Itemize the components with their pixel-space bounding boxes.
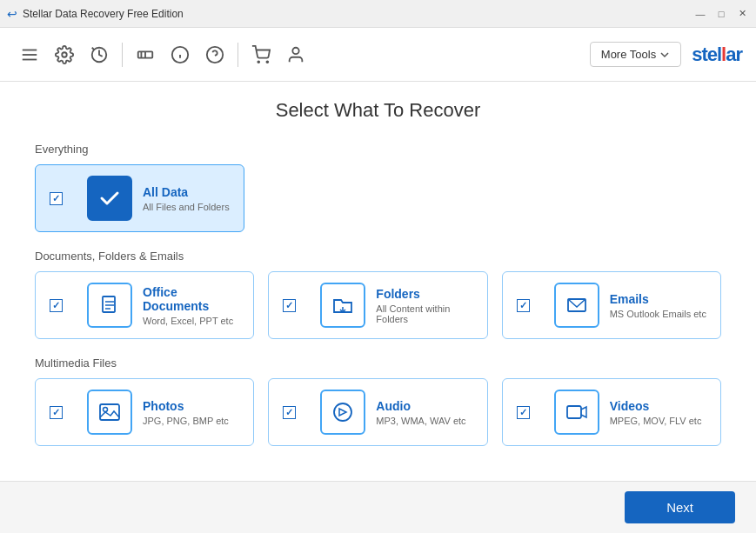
all-data-subtitle: All Files and Folders	[143, 202, 230, 212]
separator-1	[122, 43, 123, 67]
office-docs-icon-wrap	[87, 283, 132, 328]
photo-icon	[97, 400, 122, 424]
more-tools-label: More Tools	[601, 48, 656, 61]
main-content: Select What To Recover Everything All Da…	[0, 82, 756, 481]
office-docs-title: Office Documents	[143, 285, 239, 313]
section-documents-label: Documents, Folders & Emails	[35, 250, 721, 263]
title-bar-text: Stellar Data Recovery Free Edition	[23, 8, 184, 20]
svg-rect-25	[567, 406, 581, 418]
menu-button[interactable]	[14, 39, 45, 70]
svg-point-23	[104, 408, 108, 412]
audio-checkbox[interactable]	[283, 406, 296, 419]
settings-button[interactable]	[49, 39, 80, 70]
svg-point-24	[334, 403, 351, 421]
section-multimedia: Multimedia Files Photos JPG, PNG, BMP et…	[35, 356, 721, 446]
audio-icon	[331, 400, 355, 424]
section-everything-label: Everything	[35, 143, 721, 156]
email-icon	[565, 293, 589, 317]
folders-text: Folders All Content within Folders	[376, 287, 472, 324]
account-button[interactable]	[280, 39, 311, 70]
card-folders[interactable]: Folders All Content within Folders	[268, 271, 487, 339]
scan-button[interactable]	[130, 39, 161, 70]
folders-icon-wrap	[320, 283, 365, 328]
office-docs-subtitle: Word, Excel, PPT etc	[143, 316, 239, 326]
section-multimedia-label: Multimedia Files	[35, 356, 721, 370]
office-docs-checkbox[interactable]	[50, 299, 63, 312]
photos-icon-wrap	[87, 390, 132, 435]
toolbar-left	[14, 39, 311, 70]
separator-2	[238, 43, 238, 67]
multimedia-cards-row: Photos JPG, PNG, BMP etc Audio MP3, WMA,…	[35, 378, 721, 446]
more-tools-button[interactable]: More Tools	[590, 42, 681, 67]
card-office-docs[interactable]: Office Documents Word, Excel, PPT etc	[35, 271, 254, 339]
card-photos[interactable]: Photos JPG, PNG, BMP etc	[35, 378, 254, 446]
audio-text: Audio MP3, WMA, WAV etc	[376, 399, 472, 426]
audio-icon-wrap	[320, 390, 365, 435]
help-button[interactable]	[199, 39, 231, 70]
emails-text: Emails MS Outlook Emails etc	[610, 292, 706, 319]
footer: Next	[0, 481, 756, 533]
info-button[interactable]	[164, 39, 196, 70]
everything-cards-row: All Data All Files and Folders	[35, 164, 721, 232]
section-documents: Documents, Folders & Emails Office Docum…	[35, 250, 721, 339]
app-icon: ↩	[7, 7, 17, 21]
minimize-button[interactable]: —	[693, 7, 707, 21]
videos-checkbox[interactable]	[517, 406, 530, 419]
card-all-data[interactable]: All Data All Files and Folders	[35, 164, 244, 232]
card-audio[interactable]: Audio MP3, WMA, WAV etc	[268, 378, 487, 446]
close-button[interactable]: ✕	[735, 7, 749, 21]
card-emails[interactable]: Emails MS Outlook Emails etc	[502, 271, 721, 339]
folders-title: Folders	[376, 287, 472, 301]
card-videos[interactable]: Videos MPEG, MOV, FLV etc	[502, 378, 721, 446]
svg-point-3	[62, 52, 67, 57]
photos-subtitle: JPG, PNG, BMP etc	[143, 416, 239, 426]
videos-title: Videos	[610, 399, 706, 413]
title-bar: ↩ Stellar Data Recovery Free Edition — □…	[0, 0, 756, 28]
emails-title: Emails	[610, 292, 706, 306]
documents-cards-row: Office Documents Word, Excel, PPT etc Fo…	[35, 271, 721, 339]
checkmark-icon	[97, 186, 122, 210]
emails-checkbox[interactable]	[517, 299, 530, 312]
folder-icon	[331, 293, 355, 317]
svg-point-14	[266, 61, 268, 63]
svg-point-13	[258, 61, 259, 63]
audio-subtitle: MP3, WMA, WAV etc	[376, 416, 472, 426]
videos-subtitle: MPEG, MOV, FLV etc	[610, 416, 706, 426]
stellar-logo: stellar	[692, 43, 742, 66]
title-bar-left: ↩ Stellar Data Recovery Free Edition	[7, 7, 184, 21]
photos-text: Photos JPG, PNG, BMP etc	[143, 399, 239, 426]
chevron-down-icon	[659, 50, 670, 60]
toolbar-right: More Tools stellar	[590, 42, 742, 67]
maximize-button[interactable]: □	[714, 7, 728, 21]
all-data-text: All Data All Files and Folders	[143, 185, 230, 212]
svg-rect-22	[100, 404, 119, 420]
page-title: Select What To Recover	[35, 99, 721, 122]
videos-icon-wrap	[554, 390, 599, 435]
video-icon	[565, 400, 589, 424]
videos-text: Videos MPEG, MOV, FLV etc	[610, 399, 706, 426]
all-data-icon-wrap	[87, 176, 132, 221]
document-icon	[97, 293, 122, 317]
toolbar: More Tools stellar	[0, 28, 756, 82]
folders-subtitle: All Content within Folders	[376, 303, 472, 324]
office-docs-text: Office Documents Word, Excel, PPT etc	[143, 285, 239, 326]
window-controls: — □ ✕	[693, 7, 749, 21]
history-button[interactable]	[84, 39, 115, 70]
photos-title: Photos	[143, 399, 239, 413]
cart-button[interactable]	[245, 39, 277, 70]
svg-point-15	[292, 47, 298, 53]
emails-subtitle: MS Outlook Emails etc	[610, 309, 706, 319]
next-button[interactable]: Next	[625, 491, 735, 523]
section-everything: Everything All Data All Files and Folder…	[35, 143, 721, 232]
svg-rect-16	[103, 296, 115, 312]
all-data-checkbox[interactable]	[50, 192, 63, 205]
audio-title: Audio	[376, 399, 472, 413]
all-data-title: All Data	[143, 185, 230, 199]
emails-icon-wrap	[554, 283, 599, 328]
folders-checkbox[interactable]	[283, 299, 296, 312]
photos-checkbox[interactable]	[50, 406, 63, 419]
